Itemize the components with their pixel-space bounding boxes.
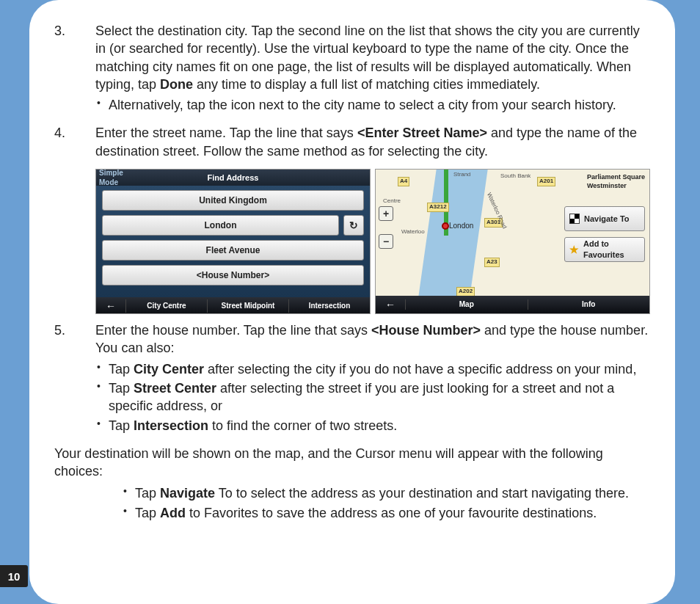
- list-item: Tap Add to Favorites to save the address…: [122, 504, 650, 522]
- map-screenshot: A4 A3212 A301 A23 A201 A202 Strand Centr…: [375, 169, 650, 314]
- step-5: 5. Enter the house number. Tap the line …: [54, 321, 650, 436]
- list-item: Tap Intersection to find the corner of t…: [95, 417, 650, 434]
- map-text: Waterloo: [401, 228, 425, 236]
- address-fields: United Kingdom London ↻ Fleet Avenue <Ho…: [96, 186, 370, 297]
- list-item: Tap Street Center after selecting the st…: [95, 379, 650, 415]
- road-label: A23: [484, 258, 500, 267]
- zoom-out-button[interactable]: −: [379, 234, 393, 249]
- closing-bullets: Tap Navigate To to select the address as…: [122, 484, 650, 522]
- step-3: 3. Select the destination city. Tap the …: [54, 22, 650, 115]
- bold: <House Number>: [371, 323, 481, 338]
- road-label: A4: [398, 177, 409, 186]
- location-callout: Parliament Square Westminster: [587, 172, 645, 190]
- city-row: London ↻: [102, 215, 364, 236]
- bold: Street Center: [134, 381, 216, 396]
- step-4: 4. Enter the street name. Tap the line t…: [54, 124, 650, 160]
- navigate-to-button[interactable]: Navigate To: [564, 206, 645, 231]
- list-item: Alternatively, tap the icon next to the …: [95, 96, 650, 114]
- instruction-list-continued: 5. Enter the house number. Tap the line …: [54, 321, 650, 436]
- screenshot-footer: ← City Centre Street Midpoint Intersecti…: [96, 297, 370, 314]
- map-area[interactable]: A4 A3212 A301 A23 A201 A202 Strand Centr…: [376, 170, 649, 296]
- refresh-icon[interactable]: ↻: [343, 215, 364, 236]
- intersection-button[interactable]: Intersection: [288, 299, 370, 313]
- text: To to select the address as your destina…: [215, 486, 629, 501]
- road-label: A3212: [427, 203, 449, 212]
- find-address-screenshot: Simple Mode Find Address United Kingdom …: [95, 169, 371, 314]
- bold: Done: [160, 77, 193, 92]
- text: Enter the street name. Tap the line that…: [95, 125, 357, 140]
- text: Enter the house number. Tap the line tha…: [95, 323, 371, 338]
- zoom-controls: + −: [379, 206, 393, 249]
- back-button[interactable]: ←: [376, 298, 405, 312]
- text: Tap: [109, 381, 134, 396]
- bold: City Center: [134, 362, 204, 376]
- map-side-buttons: Navigate To ★ Add to Favourites: [564, 206, 645, 262]
- page-card: 3. Select the destination city. Tap the …: [29, 0, 675, 604]
- text: Tap: [135, 506, 160, 520]
- button-label: Navigate To: [584, 214, 630, 225]
- text: to Favorites to save the address as one …: [186, 506, 597, 520]
- fields-stack: United Kingdom London ↻ Fleet Avenue <Ho…: [102, 190, 364, 293]
- add-to-favourites-button[interactable]: ★ Add to Favourites: [564, 237, 645, 262]
- bold: <Enter Street Name>: [357, 125, 487, 140]
- list-item: Tap City Center after selecting the city…: [95, 360, 650, 378]
- substeps: Alternatively, tap the icon next to the …: [95, 96, 650, 114]
- bold: Navigate: [160, 486, 215, 501]
- step-body: Enter the street name. Tap the line that…: [95, 124, 650, 160]
- text: Tap: [109, 362, 134, 376]
- step-body: Select the destination city. Tap the sec…: [95, 22, 650, 115]
- map-text: South Bank: [500, 172, 531, 181]
- info-tab[interactable]: Info: [528, 299, 650, 310]
- substeps: Tap City Center after selecting the city…: [95, 360, 650, 434]
- street-field[interactable]: Fleet Avenue: [102, 240, 364, 261]
- button-label: Add to Favourites: [583, 239, 640, 261]
- page-number: 10: [0, 565, 28, 587]
- road-label: A202: [456, 287, 475, 296]
- callout-line-2: Westminster: [587, 181, 645, 190]
- map-text: Centre: [383, 197, 401, 205]
- list-item: Tap Navigate To to select the address as…: [122, 484, 650, 502]
- map-text: Strand: [453, 171, 471, 179]
- screenshot-header: Simple Mode Find Address: [96, 170, 370, 186]
- house-number-field[interactable]: <House Number>: [102, 265, 364, 285]
- text: Tap: [109, 418, 134, 433]
- star-icon: ★: [569, 243, 579, 257]
- country-field[interactable]: United Kingdom: [102, 190, 364, 211]
- text: to find the corner of two streets.: [208, 418, 397, 433]
- city-centre-button[interactable]: City Centre: [125, 299, 207, 313]
- text: Alternatively, tap the icon next to the …: [109, 98, 616, 112]
- closing-paragraph: Your destination will be shown on the ma…: [54, 445, 650, 481]
- callout-line-1: Parliament Square: [587, 172, 645, 181]
- screenshot-title: Find Address: [140, 172, 326, 183]
- step-number: 4.: [54, 124, 95, 160]
- zoom-in-button[interactable]: +: [379, 206, 393, 221]
- text: any time to display a full list of match…: [193, 77, 540, 92]
- bold: Intersection: [134, 418, 208, 433]
- checkered-flag-icon: [569, 214, 580, 224]
- back-button[interactable]: ←: [96, 299, 125, 313]
- instruction-list: 3. Select the destination city. Tap the …: [54, 22, 650, 160]
- screenshot-footer: ← Map Info: [376, 296, 649, 313]
- map-tab[interactable]: Map: [405, 299, 528, 310]
- street-midpoint-button[interactable]: Street Midpoint: [207, 299, 288, 313]
- river-icon: [418, 170, 487, 302]
- city-field[interactable]: London: [102, 215, 339, 236]
- step-body: Enter the house number. Tap the line tha…: [95, 321, 650, 436]
- road-label: A201: [537, 177, 555, 186]
- pin-label: London: [449, 221, 473, 231]
- simple-mode-label[interactable]: Simple Mode: [96, 169, 140, 188]
- bold: Add: [160, 506, 186, 520]
- text: Tap: [135, 486, 160, 501]
- step-number: 3.: [54, 22, 95, 115]
- text: after selecting the city if you do not h…: [204, 362, 636, 376]
- step-number: 5.: [54, 321, 95, 436]
- screenshots-row: Simple Mode Find Address United Kingdom …: [95, 169, 650, 314]
